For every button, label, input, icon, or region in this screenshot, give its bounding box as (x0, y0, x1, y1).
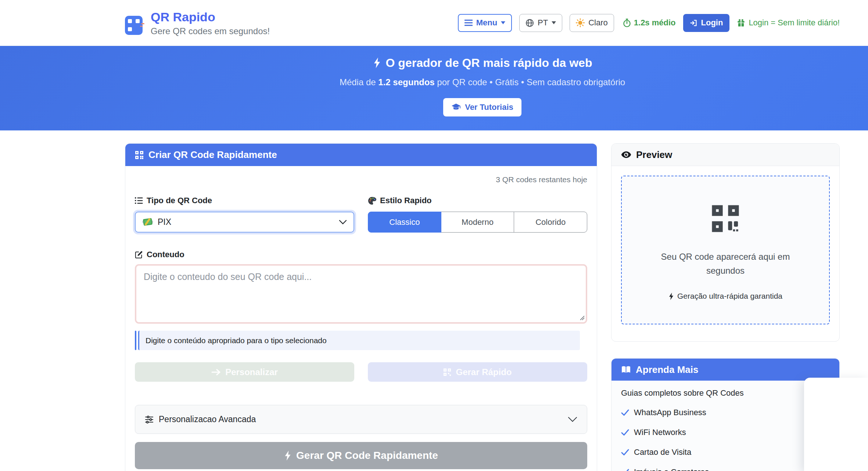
hamburger-icon (465, 19, 473, 26)
sun-icon (576, 18, 585, 27)
top-header: QR Rapido Gere QR codes em segundos! Men… (0, 0, 868, 46)
hint-accent-bar (135, 331, 136, 350)
brand-name[interactable]: QR Rapido (151, 8, 270, 25)
generate-qr-label: Gerar QR Code Rapidamente (296, 450, 438, 461)
learn-more-header: Aprenda Mais (611, 359, 839, 381)
preview-title: Preview (636, 149, 672, 161)
learn-subtitle: Guias completos sobre QR Codes (621, 388, 830, 398)
qr-code-placeholder-icon (711, 204, 740, 233)
gift-icon (737, 19, 745, 27)
preview-note: Geração ultra-rápida garantida (668, 292, 782, 301)
login-benefit-label: Login = Sem limite diário! (749, 18, 840, 28)
preview-header: Preview (611, 144, 839, 166)
learn-more-title: Aprenda Mais (636, 364, 699, 375)
menu-button[interactable]: Menu (458, 14, 512, 32)
menu-label: Menu (476, 18, 497, 28)
qr-creator-title: Criar QR Code Rapidamente (148, 149, 277, 161)
tutorials-label: Ver Tutoriais (465, 103, 513, 112)
login-button[interactable]: Login (683, 14, 730, 32)
caret-down-icon (552, 21, 556, 24)
caret-down-icon (501, 21, 505, 24)
lightning-bolt-icon (373, 57, 381, 68)
login-label: Login (701, 18, 723, 28)
topbar-actions: Menu PT Claro (458, 14, 840, 32)
qr-creator-header: Criar QR Code Rapidamente (125, 144, 597, 166)
brand-tagline: Gere QR codes em segundos! (151, 25, 270, 37)
palette-icon (368, 197, 376, 205)
preview-note-text: Geração ultra-rápida garantida (677, 292, 782, 301)
personalize-button[interactable]: Personalizar (135, 362, 354, 382)
lightning-bolt-icon (668, 292, 674, 300)
learn-item[interactable]: Imóveis e Corretores (621, 467, 830, 471)
learn-item[interactable]: Cartao de Visita (621, 447, 830, 458)
tutorials-button[interactable]: Ver Tutoriais (443, 98, 521, 116)
qr-rapido-page: QR Rapido Gere QR codes em segundos! Men… (0, 0, 868, 471)
language-label: PT (538, 18, 548, 28)
open-book-icon (621, 366, 631, 374)
graduation-cap-icon (451, 103, 461, 111)
speed-badge-label: 1.2s médio (634, 18, 676, 28)
brand: QR Rapido Gere QR codes em segundos! (125, 8, 270, 37)
personalize-label: Personalizar (225, 367, 278, 377)
qr-preview-area: Seu QR code aparecerá aqui em segundos G… (621, 176, 830, 324)
sliders-icon (145, 415, 154, 424)
check-icon (621, 468, 629, 471)
content-hint-row: Digite o conteúdo apropriado para o tipo… (135, 331, 587, 350)
qr-type-value: PIX (158, 217, 339, 227)
check-icon (621, 429, 629, 436)
advanced-customization-label: Personalizacao Avancada (159, 414, 256, 424)
learn-item[interactable]: WiFi Networks (621, 427, 830, 438)
globe-icon (526, 19, 534, 27)
preview-card: Preview Seu QR code aparecerá aqui em se… (611, 143, 840, 342)
quick-style-label: Estilo Rapido (368, 195, 587, 206)
quota-remaining: 3 QR codes restantes hoje (135, 175, 587, 184)
hero-banner: O gerador de QR mais rápido da web Média… (0, 46, 868, 130)
eye-icon (621, 151, 631, 159)
hero-subtitle: Média de 1.2 segundos por QR code • Grát… (340, 76, 625, 89)
login-benefit: Login = Sem limite diário! (737, 18, 840, 28)
arrow-right-icon (211, 368, 221, 376)
content-hint: Digite o conteúdo apropriado para o tipo… (138, 331, 580, 350)
resize-handle[interactable] (580, 315, 585, 320)
hero-title: O gerador de QR mais rápido da web (373, 55, 592, 71)
qr-code-icon (135, 151, 144, 159)
chevron-down-icon (568, 417, 577, 422)
theme-toggle-button[interactable]: Claro (570, 14, 614, 32)
qr-creator-card: Criar QR Code Rapidamente 3 QR codes res… (125, 143, 597, 471)
learn-item[interactable]: WhatsApp Business (621, 407, 830, 418)
speed-badge: 1.2s médio (623, 18, 676, 28)
check-icon (621, 449, 629, 456)
list-icon (135, 197, 143, 204)
qr-code-icon (443, 368, 451, 376)
check-icon (621, 409, 629, 416)
quick-generate-label: Gerar Rápido (456, 367, 512, 377)
stopwatch-icon (623, 18, 631, 27)
style-option-moderno[interactable]: Moderno (441, 212, 514, 233)
overlay-panel (804, 378, 868, 471)
content-textarea[interactable] (135, 264, 587, 324)
chevron-down-icon (339, 220, 347, 224)
login-arrow-icon (690, 19, 697, 27)
preview-placeholder-text: Seu QR code aparecerá aqui em segundos (641, 250, 810, 278)
brand-logo-icon[interactable] (125, 16, 143, 35)
hero-title-text: O gerador de QR mais rápido da web (386, 55, 592, 71)
lightning-bolt-icon (284, 450, 291, 461)
qr-type-select[interactable]: PIX (135, 212, 354, 233)
money-banknote-icon (142, 217, 153, 227)
style-option-colorido[interactable]: Colorido (514, 212, 587, 233)
language-button[interactable]: PT (519, 14, 562, 32)
generate-qr-button[interactable]: Gerar QR Code Rapidamente (135, 442, 587, 469)
pencil-square-icon (135, 251, 143, 259)
theme-label: Claro (588, 18, 608, 28)
quick-generate-button[interactable]: Gerar Rápido (368, 362, 587, 382)
style-option-classico[interactable]: Classico (368, 212, 441, 233)
quick-style-group: Classico Moderno Colorido (368, 212, 587, 233)
content-label: Conteudo (135, 249, 587, 260)
brand-text: QR Rapido Gere QR codes em segundos! (151, 8, 270, 37)
qr-type-label: Tipo de QR Code (135, 195, 354, 206)
advanced-customization-accordion[interactable]: Personalizacao Avancada (135, 405, 587, 434)
